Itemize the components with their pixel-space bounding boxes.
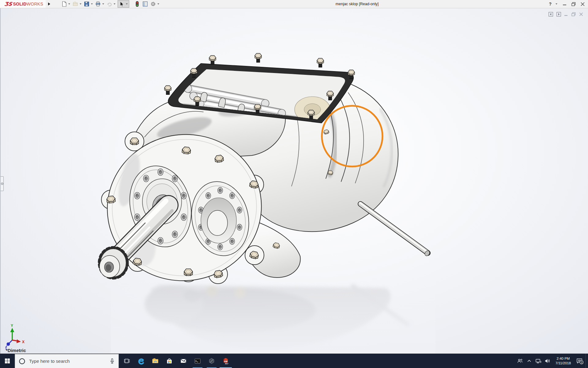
system-tray: 2:40 PM 7/11/2018 3 bbox=[516, 354, 588, 368]
help-dropdown-caret[interactable] bbox=[556, 3, 557, 5]
open-folder-icon bbox=[72, 1, 78, 7]
dropdown-caret[interactable] bbox=[80, 3, 81, 5]
show-desktop-button[interactable] bbox=[586, 354, 587, 368]
gearbox-model bbox=[96, 53, 431, 293]
start-button[interactable] bbox=[0, 354, 15, 368]
document-window-controls bbox=[548, 12, 583, 17]
graphics-area[interactable]: Z Y X bbox=[0, 8, 588, 354]
new-document-icon bbox=[61, 1, 67, 7]
doc-close-button[interactable] bbox=[579, 12, 583, 16]
undo-button[interactable] bbox=[106, 1, 113, 7]
gear-icon bbox=[150, 1, 156, 7]
taskbar-search[interactable] bbox=[15, 354, 119, 368]
restore-icon bbox=[571, 2, 576, 6]
document-title: menjac sklop [Read-only] bbox=[336, 2, 379, 6]
file-explorer-icon bbox=[152, 357, 159, 365]
solidworks-window: ƷS SOLIDWORKS bbox=[0, 0, 588, 368]
hexagon-app-button[interactable] bbox=[205, 354, 219, 368]
traffic-light-icon bbox=[134, 1, 140, 7]
dropdown-caret[interactable] bbox=[91, 3, 93, 5]
expand-left-panel-button[interactable] bbox=[548, 12, 553, 17]
orientation-triad: Z Y X bbox=[5, 324, 24, 350]
microsoft-edge-icon bbox=[138, 357, 145, 365]
taskbar-apps: SW 2017 bbox=[120, 354, 233, 368]
volume-button[interactable] bbox=[543, 354, 552, 368]
undo-icon bbox=[106, 1, 112, 7]
window-controls: ? bbox=[549, 0, 585, 8]
action-center-button[interactable]: 3 bbox=[575, 354, 585, 368]
store-button[interactable] bbox=[162, 354, 176, 368]
triad-y-label: Y bbox=[11, 324, 13, 328]
network-button[interactable] bbox=[534, 354, 543, 368]
notification-badge: 3 bbox=[581, 361, 582, 364]
doc-minimize-button[interactable] bbox=[564, 13, 568, 16]
search-input[interactable] bbox=[28, 358, 106, 364]
panel-right-icon bbox=[556, 12, 561, 17]
rebuild-button[interactable] bbox=[134, 1, 141, 7]
reflection-fade bbox=[111, 278, 435, 354]
select-tool-active[interactable] bbox=[118, 0, 129, 8]
panel-left-icon bbox=[548, 12, 553, 17]
select-cursor-icon bbox=[118, 1, 125, 7]
quick-access-toolbar bbox=[60, 0, 160, 8]
dropdown-caret[interactable] bbox=[126, 3, 128, 5]
expand-right-panel-button[interactable] bbox=[556, 12, 561, 17]
task-view-button[interactable] bbox=[120, 354, 134, 368]
dropdown-caret[interactable] bbox=[114, 3, 115, 5]
minimize-icon bbox=[564, 13, 568, 16]
windows-logo-icon bbox=[5, 358, 10, 364]
help-button[interactable]: ? bbox=[549, 2, 552, 6]
dropdown-caret[interactable] bbox=[157, 3, 159, 5]
titlebar: ƷS SOLIDWORKS bbox=[0, 0, 588, 8]
mail-button[interactable] bbox=[176, 354, 190, 368]
mail-icon bbox=[180, 357, 187, 365]
file-explorer-button[interactable] bbox=[148, 354, 162, 368]
taskbar-clock[interactable]: 2:40 PM 7/11/2018 bbox=[552, 356, 574, 366]
close-icon bbox=[579, 12, 583, 16]
sw-year: 2017 bbox=[225, 363, 228, 365]
minimize-button[interactable] bbox=[562, 1, 567, 7]
network-icon bbox=[535, 357, 542, 365]
minimize-icon bbox=[563, 2, 567, 6]
restore-button[interactable] bbox=[571, 1, 576, 7]
model-canvas[interactable]: Z Y X bbox=[1, 8, 588, 354]
new-document-button[interactable] bbox=[60, 1, 68, 7]
solidworks-logo-solid: SOLID bbox=[13, 2, 26, 6]
clock-time: 2:40 PM bbox=[552, 356, 574, 361]
task-view-icon bbox=[124, 358, 130, 364]
solidworks-logo-glyph: ƷS bbox=[4, 1, 13, 7]
command-prompt-icon bbox=[194, 357, 201, 365]
options-button[interactable] bbox=[149, 1, 157, 7]
dropdown-caret[interactable] bbox=[102, 3, 104, 5]
save-button[interactable] bbox=[83, 1, 90, 7]
feature-manager-collapsed-tab[interactable] bbox=[1, 176, 4, 191]
tray-overflow-button[interactable] bbox=[525, 354, 533, 368]
file-properties-button[interactable] bbox=[141, 1, 149, 7]
close-button[interactable] bbox=[580, 1, 585, 7]
triad-x-label: X bbox=[22, 340, 24, 344]
people-button[interactable] bbox=[516, 354, 524, 368]
tab-handle-dot bbox=[1, 182, 3, 185]
doc-restore-button[interactable] bbox=[571, 12, 576, 16]
solidworks-app-button[interactable]: SW 2017 bbox=[219, 354, 233, 368]
play-arrow-icon bbox=[48, 2, 50, 6]
speaker-icon bbox=[544, 357, 551, 365]
open-button[interactable] bbox=[72, 1, 79, 7]
microphone-icon[interactable] bbox=[109, 358, 115, 365]
chevron-up-icon bbox=[526, 358, 532, 364]
edge-button[interactable] bbox=[134, 354, 148, 368]
cortana-icon bbox=[19, 358, 25, 365]
output-shaft bbox=[360, 203, 431, 257]
save-floppy-icon bbox=[84, 1, 90, 7]
dropdown-caret[interactable] bbox=[68, 3, 70, 5]
action-center-icon: 3 bbox=[575, 357, 584, 365]
solidworks-2017-icon: SW 2017 bbox=[222, 357, 230, 365]
solidworks-logo: ƷS SOLIDWORKS bbox=[0, 0, 46, 8]
taskbar: SW 2017 bbox=[0, 354, 588, 368]
menu-expand-arrow[interactable] bbox=[46, 0, 52, 8]
people-icon bbox=[516, 357, 524, 365]
view-orientation-label: *Dimetric bbox=[6, 348, 26, 353]
print-button[interactable] bbox=[94, 1, 102, 7]
command-prompt-button[interactable] bbox=[190, 354, 205, 368]
hexagon-app-icon bbox=[208, 357, 215, 365]
